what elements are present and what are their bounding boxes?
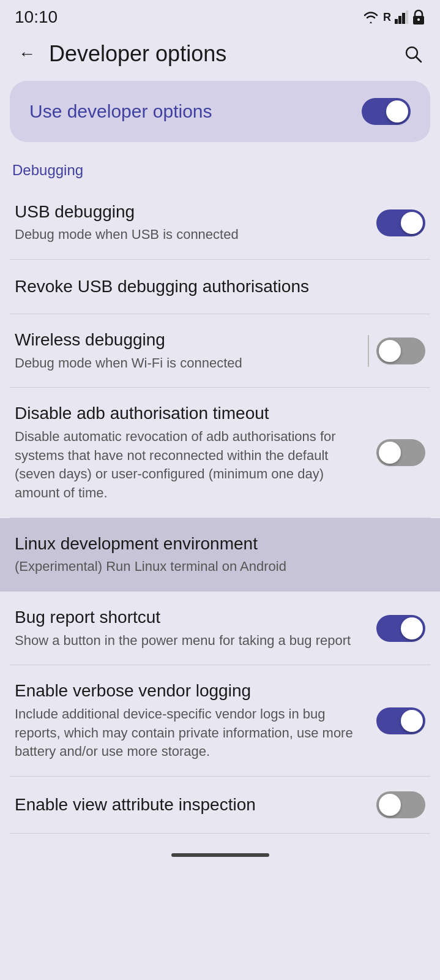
- revoke-usb-title: Revoke USB debugging authorisations: [15, 277, 309, 296]
- disable-adb-title: Disable adb authorisation timeout: [15, 402, 367, 424]
- bug-report-item[interactable]: Bug report shortcut Show a button in the…: [10, 592, 430, 665]
- status-icons: R: [362, 9, 425, 25]
- svg-line-7: [416, 57, 421, 62]
- back-button[interactable]: ←: [12, 39, 42, 69]
- search-icon: [403, 44, 423, 64]
- status-bar: 10:10 R: [0, 0, 440, 32]
- svg-point-5: [417, 18, 420, 21]
- view-attribute-title: Enable view attribute inspection: [15, 794, 367, 816]
- dev-options-toggle-card[interactable]: Use developer options: [10, 81, 430, 142]
- svg-rect-2: [402, 13, 405, 24]
- usb-debugging-toggle[interactable]: [376, 209, 425, 236]
- page-title: Developer options: [49, 41, 398, 67]
- wifi-icon: [362, 10, 379, 24]
- view-attribute-toggle[interactable]: [376, 791, 425, 818]
- verbose-logging-desc: Include additional device-specific vendo…: [15, 705, 367, 761]
- svg-rect-0: [395, 19, 398, 24]
- bug-report-toggle[interactable]: [376, 615, 425, 642]
- svg-rect-3: [406, 10, 408, 24]
- usb-debugging-text: USB debugging Debug mode when USB is con…: [15, 201, 376, 244]
- verbose-logging-toggle[interactable]: [376, 707, 425, 734]
- svg-rect-1: [398, 16, 401, 24]
- wireless-debugging-title: Wireless debugging: [15, 329, 358, 351]
- view-attribute-text: Enable view attribute inspection: [15, 794, 376, 816]
- usb-debugging-desc: Debug mode when USB is connected: [15, 225, 367, 244]
- app-bar: ← Developer options: [0, 32, 440, 76]
- disable-adb-desc: Disable automatic revocation of adb auth…: [15, 428, 367, 503]
- wireless-debugging-text: Wireless debugging Debug mode when Wi-Fi…: [15, 329, 368, 372]
- linux-dev-item[interactable]: Linux development environment (Experimen…: [0, 518, 440, 592]
- signal-icon: [395, 10, 408, 24]
- status-time: 10:10: [15, 7, 58, 27]
- linux-dev-desc: (Experimental) Run Linux terminal on And…: [15, 557, 416, 576]
- search-button[interactable]: [398, 39, 428, 69]
- bottom-bar: [0, 843, 440, 867]
- debugging-section-label: Debugging: [10, 157, 430, 186]
- content-area: Use developer options Debugging USB debu…: [0, 81, 440, 834]
- dev-options-toggle[interactable]: [362, 98, 411, 125]
- wireless-debugging-divider: [368, 335, 369, 367]
- linux-dev-title: Linux development environment: [15, 533, 416, 555]
- bug-report-desc: Show a button in the power menu for taki…: [15, 631, 367, 650]
- wireless-debugging-toggle[interactable]: [376, 337, 425, 364]
- bug-report-text: Bug report shortcut Show a button in the…: [15, 606, 376, 650]
- usb-debugging-title: USB debugging: [15, 201, 367, 223]
- wireless-debugging-desc: Debug mode when Wi-Fi is connected: [15, 354, 358, 373]
- revoke-usb-item[interactable]: Revoke USB debugging authorisations: [10, 260, 430, 314]
- disable-adb-toggle[interactable]: [376, 439, 425, 466]
- settings-list: USB debugging Debug mode when USB is con…: [10, 186, 430, 834]
- home-indicator: [171, 853, 269, 857]
- dev-options-label: Use developer options: [29, 101, 212, 122]
- verbose-logging-title: Enable verbose vendor logging: [15, 680, 367, 702]
- bug-report-title: Bug report shortcut: [15, 606, 367, 628]
- r-badge: R: [383, 11, 391, 24]
- back-arrow-icon: ←: [18, 44, 35, 64]
- disable-adb-item[interactable]: Disable adb authorisation timeout Disabl…: [10, 388, 430, 518]
- linux-dev-text: Linux development environment (Experimen…: [15, 533, 425, 576]
- verbose-logging-item[interactable]: Enable verbose vendor logging Include ad…: [10, 665, 430, 777]
- usb-debugging-item[interactable]: USB debugging Debug mode when USB is con…: [10, 186, 430, 260]
- view-attribute-item[interactable]: Enable view attribute inspection: [10, 777, 430, 834]
- wireless-debugging-item[interactable]: Wireless debugging Debug mode when Wi-Fi…: [10, 314, 430, 388]
- disable-adb-text: Disable adb authorisation timeout Disabl…: [15, 402, 376, 503]
- verbose-logging-text: Enable verbose vendor logging Include ad…: [15, 680, 376, 761]
- security-icon: [412, 9, 425, 25]
